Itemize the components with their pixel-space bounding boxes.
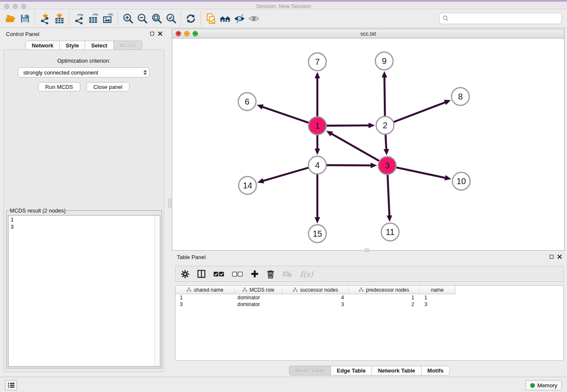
- export-network-button[interactable]: [72, 11, 86, 26]
- import-network-button[interactable]: [38, 11, 52, 26]
- graph-edge-4-15[interactable]: [315, 174, 320, 224]
- graph-node-15[interactable]: 15: [308, 225, 326, 243]
- graph-node-9[interactable]: 9: [375, 52, 393, 70]
- table-cell: 3: [282, 301, 349, 308]
- search-input[interactable]: [449, 14, 561, 23]
- memory-status-icon: [530, 383, 535, 388]
- function-builder-button[interactable]: f(x): [300, 270, 313, 279]
- column-header-MCDS-role[interactable]: MCDS role: [235, 286, 282, 294]
- tab-network[interactable]: Network: [25, 41, 60, 50]
- refresh-button[interactable]: [184, 11, 198, 26]
- import-table-button[interactable]: [52, 11, 66, 26]
- zoom-out-button[interactable]: [135, 11, 149, 26]
- save-session-button[interactable]: [18, 11, 32, 26]
- import-network-icon: [39, 13, 51, 24]
- tab-node-table[interactable]: Node Table: [289, 366, 331, 375]
- create-column-button[interactable]: [250, 270, 259, 278]
- mcds-result-fieldset: MCDS result (2 nodes) 1 3: [6, 207, 162, 368]
- refresh-icon: [185, 13, 196, 24]
- mcds-result-scrollbar[interactable]: [154, 215, 160, 366]
- graph-edge-1-6[interactable]: [257, 105, 308, 123]
- zoom-selected-icon: [165, 13, 177, 24]
- horizontal-splitter-grip[interactable]: [365, 248, 369, 252]
- graph-edge-4-3[interactable]: [327, 163, 377, 168]
- zoom-fit-button[interactable]: [149, 11, 164, 26]
- delete-column-button[interactable]: [267, 270, 275, 279]
- tab-edge-table[interactable]: Edge Table: [331, 366, 372, 375]
- zoom-selected-button[interactable]: [164, 11, 178, 26]
- memory-button[interactable]: Memory: [526, 380, 562, 390]
- run-mcds-button[interactable]: Run MCDS: [38, 82, 80, 91]
- table-cell: dominator: [235, 294, 282, 301]
- table-row[interactable]: 1dominator411: [176, 294, 563, 301]
- svg-text:7: 7: [315, 57, 319, 66]
- graph-edge-2-3[interactable]: [383, 135, 389, 155]
- close-panel-icon[interactable]: [158, 31, 162, 36]
- graph-node-6[interactable]: 6: [238, 93, 256, 110]
- graph-node-1[interactable]: 1: [308, 117, 326, 135]
- network-view-window: ✕ − + scc.txt 1234678910111415: [172, 29, 564, 251]
- graph-node-14[interactable]: 14: [239, 177, 256, 194]
- graph-node-8[interactable]: 8: [451, 88, 469, 105]
- graph-node-2[interactable]: 2: [376, 116, 394, 134]
- export-image-button[interactable]: [101, 11, 115, 26]
- table-settings-button[interactable]: [181, 270, 190, 279]
- network-view-titlebar[interactable]: ✕ − + scc.txt: [172, 29, 564, 39]
- vertical-splitter-grip[interactable]: [168, 199, 171, 208]
- float-table-panel-icon[interactable]: [550, 255, 553, 259]
- graph-edge-2-9[interactable]: [382, 71, 387, 116]
- node-table[interactable]: shared nameMCDS rolesuccessor nodesprede…: [175, 285, 564, 361]
- node-table-body: 1dominator4113dominator323: [176, 294, 563, 308]
- mcds-result-values: 1 3: [11, 216, 14, 230]
- tab-mcds[interactable]: MCDS: [114, 41, 142, 50]
- graph-edge-1-7[interactable]: [315, 72, 320, 116]
- graph-edge-1-4[interactable]: [315, 135, 320, 155]
- columns-icon: [197, 270, 206, 278]
- graph-node-11[interactable]: 11: [381, 223, 399, 241]
- graph-edge-3-11[interactable]: [387, 175, 392, 222]
- graph-edge-2-8[interactable]: [394, 100, 451, 122]
- graph-node-3[interactable]: 3: [378, 157, 396, 174]
- close-table-panel-icon[interactable]: [557, 254, 562, 259]
- column-header-name[interactable]: name: [419, 286, 456, 294]
- graph-node-10[interactable]: 10: [452, 172, 470, 190]
- tab-select[interactable]: Select: [85, 41, 113, 50]
- svg-text:6: 6: [245, 97, 249, 106]
- delete-table-button[interactable]: [282, 271, 292, 277]
- table-row[interactable]: 3dominator323: [176, 301, 563, 308]
- graph-edge-3-1[interactable]: [326, 131, 379, 161]
- show-all-button[interactable]: [247, 11, 261, 26]
- duplicate-network-button[interactable]: [204, 11, 218, 26]
- open-folder-icon: [5, 13, 17, 24]
- hide-selected-button[interactable]: [232, 11, 247, 26]
- unselect-all-columns-button[interactable]: [232, 271, 243, 277]
- tab-style[interactable]: Style: [60, 41, 85, 50]
- tab-network-table[interactable]: Network Table: [372, 366, 421, 375]
- zoom-in-button[interactable]: [121, 11, 135, 26]
- tab-motifs[interactable]: Motifs: [421, 366, 450, 375]
- first-neighbors-button[interactable]: [218, 11, 232, 26]
- optimization-criterion-select[interactable]: strongly connected component: [18, 67, 150, 77]
- delete-table-icon: [282, 271, 292, 277]
- graph-node-7[interactable]: 7: [308, 53, 326, 71]
- graph-node-4[interactable]: 4: [308, 156, 326, 174]
- export-table-button[interactable]: [86, 11, 101, 26]
- graph-edge-3-10[interactable]: [396, 168, 451, 181]
- graph-edge-4-14[interactable]: [257, 168, 308, 183]
- select-all-columns-button[interactable]: [213, 271, 224, 277]
- open-session-button[interactable]: [3, 11, 18, 26]
- float-panel-icon[interactable]: [150, 32, 154, 36]
- show-panels-button[interactable]: [5, 380, 17, 390]
- column-header-shared-name[interactable]: shared name: [176, 286, 235, 294]
- zoom-out-icon: [137, 13, 148, 24]
- column-header-predecessor-nodes[interactable]: predecessor nodes: [349, 286, 419, 294]
- eye-icon: [248, 13, 260, 25]
- svg-text:3: 3: [385, 161, 389, 170]
- svg-text:14: 14: [243, 181, 252, 190]
- column-header-successor-nodes[interactable]: successor nodes: [282, 286, 349, 294]
- mcds-result-textarea[interactable]: 1 3: [8, 215, 160, 367]
- show-column-button[interactable]: [197, 270, 206, 278]
- network-graph[interactable]: 1234678910111415: [172, 39, 564, 250]
- graph-edge-1-2[interactable]: [327, 123, 375, 128]
- close-panel-button[interactable]: Close panel: [86, 82, 130, 91]
